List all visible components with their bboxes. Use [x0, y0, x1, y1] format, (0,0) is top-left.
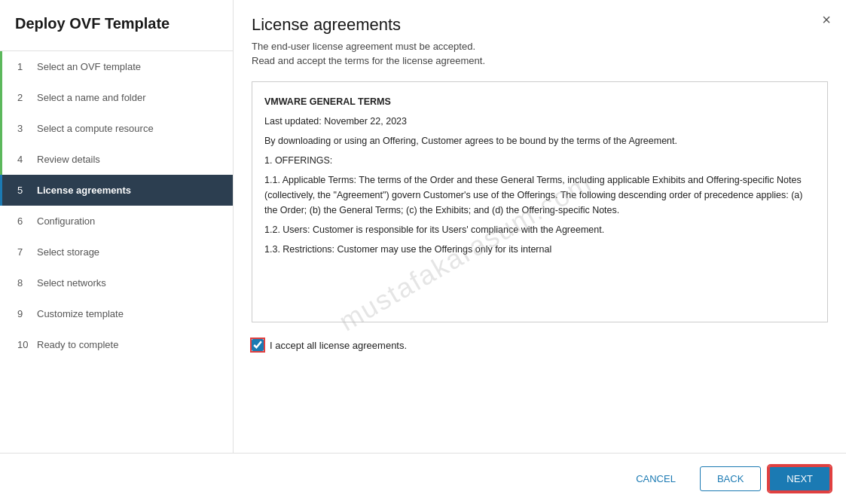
sidebar-label-3: Select a compute resource — [37, 123, 154, 134]
next-button[interactable]: NEXT — [768, 466, 831, 492]
accept-label[interactable]: I accept all license agreements. — [270, 340, 407, 351]
content-title: License agreements — [252, 15, 828, 35]
license-body1: By downloading or using an Offering, Cus… — [264, 133, 815, 148]
step-number-4: 4 — [17, 154, 29, 165]
sidebar-title: Deploy OVF Template — [0, 0, 233, 51]
accept-checkbox[interactable] — [252, 339, 264, 351]
content-header: License agreements The end-user license … — [234, 0, 846, 69]
subtitle-2: Read and accept the terms for the licens… — [252, 55, 828, 66]
sidebar-label-5: License agreements — [37, 185, 131, 196]
sidebar-item-2[interactable]: 2 Select a name and folder — [0, 82, 233, 113]
step-number-6: 6 — [17, 215, 29, 227]
step-number-9: 9 — [17, 308, 29, 319]
sidebar-item-8[interactable]: 8 Select networks — [0, 267, 233, 298]
sidebar-item-10[interactable]: 10 Ready to complete — [0, 329, 233, 360]
step-number-5: 5 — [17, 185, 29, 196]
sidebar-label-8: Select networks — [37, 277, 106, 289]
sidebar-item-6[interactable]: 6 Configuration — [0, 206, 233, 237]
step-number-1: 1 — [17, 61, 29, 72]
sidebar-label-10: Ready to complete — [37, 339, 118, 350]
accept-row: I accept all license agreements. — [234, 331, 846, 359]
step-number-3: 3 — [17, 123, 29, 134]
step-number-10: 10 — [17, 339, 29, 350]
sidebar-label-9: Customize template — [37, 308, 124, 319]
step-number-8: 8 — [17, 277, 29, 289]
sidebar-item-4[interactable]: 4 Review details — [0, 144, 233, 175]
step-number-2: 2 — [17, 92, 29, 103]
license-heading: VMWARE GENERAL TERMS — [264, 96, 391, 107]
license-body4: 1.2. Users: Customer is responsible for … — [264, 222, 815, 237]
close-button[interactable]: × — [822, 12, 831, 27]
license-body3: 1.1. Applicable Terms: The terms of the … — [264, 173, 815, 218]
sidebar-label-7: Select storage — [37, 246, 99, 258]
license-updated: Last updated: November 22, 2023 — [264, 114, 815, 129]
deploy-ovf-dialog: Deploy OVF Template 1 Select an OVF temp… — [0, 0, 846, 504]
license-text-box[interactable]: VMWARE GENERAL TERMS Last updated: Novem… — [252, 81, 828, 322]
sidebar-label-1: Select an OVF template — [37, 61, 141, 72]
dialog-body: Deploy OVF Template 1 Select an OVF temp… — [0, 0, 846, 453]
sidebar-item-3[interactable]: 3 Select a compute resource — [0, 113, 233, 144]
sidebar-item-5[interactable]: 5 License agreements — [0, 175, 233, 206]
sidebar-item-1[interactable]: 1 Select an OVF template — [0, 51, 233, 82]
sidebar-item-7[interactable]: 7 Select storage — [0, 237, 233, 267]
cancel-button[interactable]: CANCEL — [619, 467, 692, 490]
license-body2: 1. OFFERINGS: — [264, 153, 815, 168]
main-content: × License agreements The end-user licens… — [234, 0, 846, 453]
sidebar-label-2: Select a name and folder — [37, 92, 146, 103]
sidebar-label-6: Configuration — [37, 215, 95, 227]
step-number-7: 7 — [17, 246, 29, 258]
license-body5: 1.3. Restrictions: Customer may use the … — [264, 242, 815, 257]
back-button[interactable]: BACK — [700, 466, 761, 491]
sidebar-label-4: Review details — [37, 154, 100, 165]
subtitle-1: The end-user license agreement must be a… — [252, 41, 828, 52]
sidebar-item-9[interactable]: 9 Customize template — [0, 298, 233, 329]
dialog-footer: CANCEL BACK NEXT — [0, 453, 846, 504]
license-content: VMWARE GENERAL TERMS Last updated: Novem… — [264, 94, 815, 257]
sidebar: Deploy OVF Template 1 Select an OVF temp… — [0, 0, 234, 453]
